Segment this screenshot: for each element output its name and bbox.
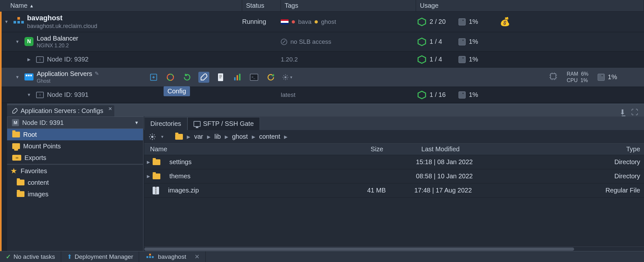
redeploy-icon[interactable] [265,72,276,83]
col-tags[interactable]: Tags [281,0,416,11]
config-sidebar: Root Mount Points ∞Exports ★Favorites co… [7,129,144,251]
disk-icon [459,38,466,45]
cloudlet-icon [417,55,426,64]
load-balancer-row[interactable]: ▼ N Load Balancer NGINX 1.20.2 no SLB ac… [0,32,644,51]
env-tags: bava ghost [281,18,416,25]
download-icon[interactable]: ⬇̲ [620,108,625,117]
restart-icon[interactable] [182,72,193,83]
sidebar-item-favorites[interactable]: ★Favorites [7,165,143,177]
disk-icon [459,91,466,98]
col-file-name[interactable]: Name [144,145,344,153]
status-deployment[interactable]: ⬆Deployment Manager [61,251,139,262]
svg-marker-0 [418,18,425,25]
chevron-down-icon[interactable]: ▼ [160,135,164,139]
addons-icon[interactable] [165,72,176,83]
edit-icon[interactable]: ✎ [95,70,99,77]
config-panel-tab[interactable]: Application Servers : Configs ✕ [7,105,114,117]
breadcrumb-seg[interactable]: var [194,133,203,140]
chevron-right-icon: ▶ [207,134,211,139]
chevron-right-icon: ▶ [187,134,190,139]
exports-icon: ∞ [12,155,21,161]
sort-asc-icon: ▲ [29,3,34,8]
node-toolbar: >_ ▼ [148,72,293,83]
environment-icon [147,254,154,260]
svg-line-22 [287,79,288,79]
sidebar-item-images[interactable]: images [7,188,143,200]
svg-rect-7 [218,73,223,81]
file-row[interactable]: ▶ themes 08:58 | 10 Jan 2022 Directory [144,169,644,183]
app-node-row[interactable]: ▼ ⦀ Node ID: 9391 latest 1 / 16 1% [0,87,644,103]
close-icon[interactable]: ✕ [108,106,112,112]
col-status[interactable]: Status [242,0,281,11]
expand-icon[interactable]: ▶ [144,160,153,164]
tab-sftp[interactable]: SFTP / SSH Gate [187,117,260,130]
status-env-tab[interactable]: bavaghost ✕ [139,251,206,262]
file-row[interactable]: images.zip 41 MB 17:48 | 17 Aug 2022 Reg… [144,183,644,198]
env-status: Running [242,18,281,25]
cloudlet-icon [417,37,426,46]
flag-uk-icon [281,19,289,24]
environment-icon [14,17,24,26]
status-tasks[interactable]: ✓No active tasks [0,251,61,262]
config-panel-bar: Application Servers : Configs ✕ ⬇̲ ⛶ [7,104,644,117]
svg-line-41 [154,138,155,139]
horizontal-scrollbar[interactable] [144,247,644,251]
sidebar-item-mount[interactable]: Mount Points [7,140,143,152]
sidebar-item-content[interactable]: content [7,177,143,188]
svg-rect-11 [234,77,235,80]
folder-icon [17,191,24,197]
statistics-icon[interactable] [232,72,243,83]
lb-title: Load Balancer [37,34,78,42]
expand-icon[interactable]: ▼ [3,19,10,24]
web-ssh-icon[interactable]: >_ [249,72,260,83]
docker-icon [24,73,33,80]
node-icon: ⦀ [36,56,44,63]
config-tooltip: Config [164,86,190,96]
col-file-modified[interactable]: Last Modified [399,145,482,153]
file-row[interactable]: ▶ settings 15:18 | 08 Jan 2022 Directory [144,155,644,169]
folder-icon[interactable] [175,134,183,140]
money-bag-icon[interactable]: 💰 [500,17,510,27]
deploy-icon[interactable] [148,72,159,83]
additionally-icon[interactable]: ▼ [282,72,293,83]
svg-rect-13 [239,74,240,80]
col-file-type[interactable]: Type [482,145,644,153]
breadcrumb-seg[interactable]: content [259,133,280,140]
breadcrumb-seg[interactable]: ghost [232,133,248,140]
disk-icon [459,18,466,25]
expand-icon[interactable]: ▼ [14,39,21,44]
breadcrumb-seg[interactable]: lib [214,133,221,140]
star-icon: ★ [10,166,17,175]
node-selector[interactable]: M Node ID: 9391 ▼ [7,117,144,129]
svg-marker-1 [418,38,425,45]
chevron-down-icon: ▼ [134,120,139,125]
expand-icon[interactable]: ▶ [25,57,33,62]
expand-icon[interactable]: ▼ [25,92,33,97]
log-icon[interactable] [215,72,226,83]
sidebar-item-exports[interactable]: ∞Exports [7,152,143,164]
sidebar-item-root[interactable]: Root [7,129,143,140]
app-stack: Ghost [37,78,99,85]
expand-icon[interactable]: ▶ [144,174,153,179]
col-file-size[interactable]: Size [344,145,399,153]
disk-icon [598,74,605,81]
gear-icon[interactable] [148,133,156,141]
svg-marker-2 [418,56,425,63]
cloudlet-icon [417,17,426,26]
maximize-icon[interactable]: ⛶ [631,108,638,117]
svg-line-23 [283,79,284,79]
env-row[interactable]: ▼ bavaghost bavaghost.uk.reclaim.cloud R… [0,12,644,32]
svg-point-35 [151,136,154,138]
config-icon[interactable] [198,72,209,83]
svg-text:>_: >_ [251,75,255,79]
app-servers-row[interactable]: ▼ Application Servers✎ Ghost >_ ▼ RAM 6%… [0,68,644,87]
expand-icon[interactable]: ▼ [14,75,21,80]
lb-node-row[interactable]: ▶ ⦀ Node ID: 9392 1.20.2 1 / 4 1% [0,51,644,68]
col-usage[interactable]: Usage [416,0,644,11]
svg-rect-12 [237,75,238,80]
cpu-ram-icon [549,72,558,82]
tab-directories[interactable]: Directories [144,117,187,130]
env-table-header: Name▲ Status Tags Usage [0,0,644,12]
close-icon[interactable]: ✕ [194,253,200,260]
col-name[interactable]: Name▲ [0,0,242,11]
